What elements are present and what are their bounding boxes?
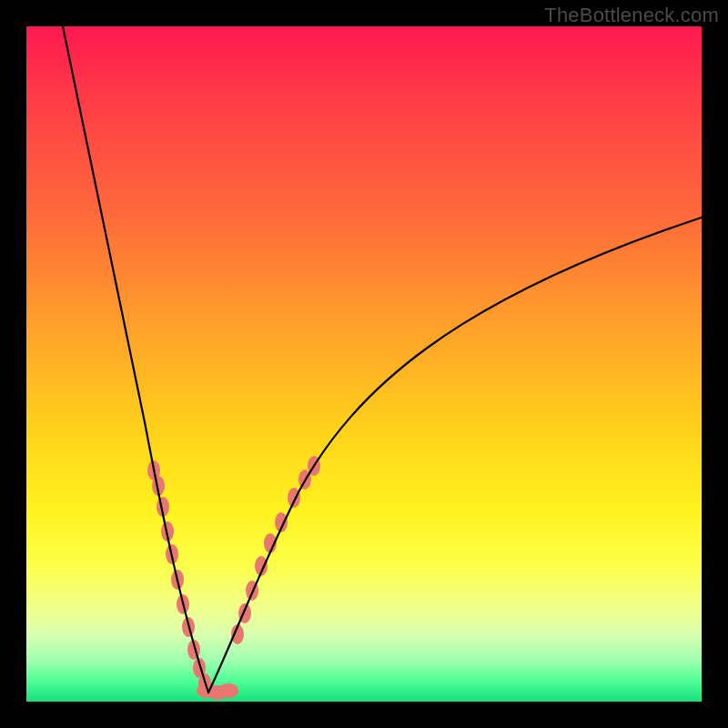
- watermark-text: TheBottleneck.com: [544, 4, 719, 27]
- curve-left-branch: [63, 26, 208, 693]
- curve-right-branch: [208, 217, 702, 693]
- plot-area: [26, 26, 702, 702]
- marker-group: [147, 456, 320, 700]
- chart-svg: [26, 26, 702, 702]
- marker-blob: [218, 683, 238, 698]
- chart-frame: TheBottleneck.com: [0, 0, 728, 728]
